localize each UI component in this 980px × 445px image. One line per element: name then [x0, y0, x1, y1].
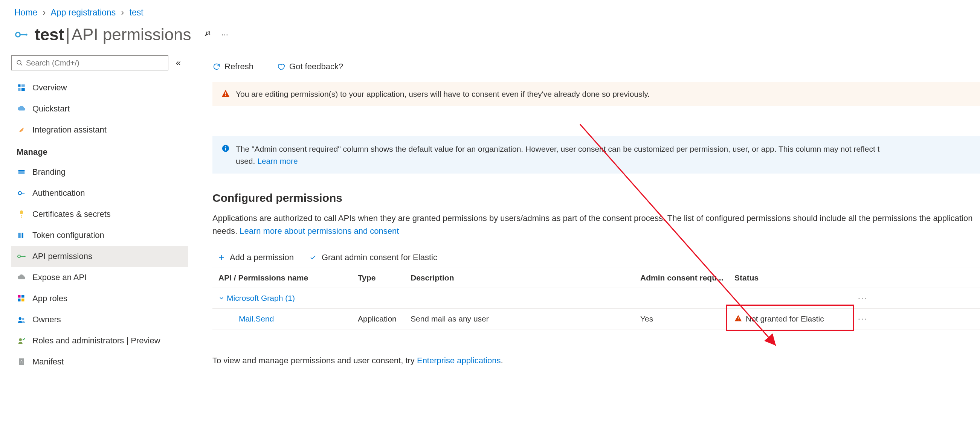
app-registration-icon — [14, 28, 28, 41]
page-title-app: test — [35, 25, 64, 44]
svg-rect-17 — [18, 299, 21, 302]
svg-rect-12 — [22, 233, 23, 238]
sidebar-item-label: Owners — [32, 315, 61, 324]
search-input[interactable] — [26, 59, 164, 67]
collapse-sidebar-button[interactable]: « — [176, 57, 181, 68]
sidebar-item-label: Expose an API — [32, 273, 87, 282]
svg-rect-25 — [225, 95, 226, 96]
col-admin-consent[interactable]: Admin consent requ... — [640, 273, 735, 282]
sidebar: « Overview Quickstart Integration assist… — [0, 56, 188, 372]
section-description: Applications are authorized to call APIs… — [212, 212, 980, 238]
sidebar-item-label: Roles and administrators | Preview — [32, 336, 161, 346]
sidebar-item-roles-admin[interactable]: Roles and administrators | Preview — [11, 330, 188, 351]
svg-point-1 — [25, 33, 27, 35]
svg-rect-27 — [225, 148, 226, 150]
breadcrumb-appreg[interactable]: App registrations — [51, 8, 116, 17]
svg-point-13 — [18, 255, 20, 257]
permissions-toolbar: Add a permission Grant admin consent for… — [212, 253, 980, 268]
refresh-label: Refresh — [224, 62, 253, 72]
svg-point-0 — [16, 32, 20, 37]
info-learn-more-link[interactable]: Learn more — [257, 157, 298, 165]
sidebar-item-owners[interactable]: Owners — [11, 309, 188, 330]
row-more-button[interactable]: ··· — [851, 314, 874, 324]
sidebar-item-overview[interactable]: Overview — [11, 77, 188, 98]
command-bar: Refresh Got feedback? — [212, 56, 980, 78]
page-header: test | API permissions ··· — [0, 22, 980, 56]
enterprise-applications-link[interactable]: Enterprise applications — [417, 356, 501, 365]
sidebar-item-expose-api[interactable]: Expose an API — [11, 267, 188, 288]
sidebar-heading-manage: Manage — [11, 140, 188, 162]
warning-banner: You are editing permission(s) to your ap… — [212, 82, 980, 106]
col-description[interactable]: Description — [410, 273, 640, 282]
roles-admin-icon — [17, 336, 26, 346]
sidebar-item-branding[interactable]: Branding — [11, 162, 188, 183]
sidebar-item-quickstart[interactable]: Quickstart — [11, 98, 188, 119]
feedback-button[interactable]: Got feedback? — [277, 62, 343, 72]
permission-name-link[interactable]: Mail.Send — [218, 315, 358, 323]
sidebar-item-app-roles[interactable]: App roles — [11, 288, 188, 309]
svg-rect-15 — [18, 295, 21, 298]
owners-icon — [17, 315, 26, 324]
breadcrumb-current[interactable]: test — [130, 8, 143, 17]
svg-rect-11 — [20, 233, 21, 238]
svg-rect-30 — [738, 319, 738, 320]
warning-icon — [735, 315, 742, 324]
more-button[interactable]: ··· — [221, 30, 228, 40]
sidebar-item-authentication[interactable]: Authentication — [11, 183, 188, 204]
col-name[interactable]: API / Permissions name — [218, 273, 358, 282]
sidebar-item-api-permissions[interactable]: API permissions — [11, 246, 188, 267]
permissions-table: API / Permissions name Type Description … — [212, 268, 980, 329]
grant-consent-button[interactable]: Grant admin consent for Elastic — [309, 253, 437, 262]
svg-rect-16 — [21, 295, 24, 298]
feedback-label: Got feedback? — [289, 62, 343, 72]
permission-admin-consent: Yes — [640, 315, 735, 323]
sidebar-item-label: Quickstart — [32, 104, 70, 114]
warning-icon — [221, 89, 230, 99]
sidebar-item-token[interactable]: Token configuration — [11, 225, 188, 246]
breadcrumb-separator: › — [43, 8, 46, 17]
section-title: Configured permissions — [212, 192, 980, 204]
grid-icon — [17, 83, 26, 93]
svg-point-2 — [17, 60, 21, 64]
col-status[interactable]: Status — [735, 273, 851, 282]
sidebar-item-label: Authentication — [32, 188, 85, 198]
tag-icon — [17, 167, 26, 177]
svg-point-14 — [24, 256, 25, 257]
svg-text:{}: {} — [20, 360, 23, 364]
breadcrumb-home[interactable]: Home — [14, 8, 37, 17]
svg-rect-5 — [18, 88, 20, 91]
sidebar-item-manifest[interactable]: {} Manifest — [11, 351, 188, 372]
group-expander[interactable]: Microsoft Graph (1) — [218, 294, 851, 303]
sidebar-item-label: Certificates & secrets — [32, 209, 111, 219]
svg-rect-3 — [18, 84, 20, 87]
pin-button[interactable] — [203, 29, 211, 40]
refresh-button[interactable]: Refresh — [212, 62, 253, 72]
sidebar-search[interactable] — [11, 56, 169, 70]
sidebar-item-certificates[interactable]: Certificates & secrets — [11, 204, 188, 225]
svg-point-20 — [22, 318, 24, 320]
sidebar-item-label: Manifest — [32, 357, 64, 367]
api-group-row[interactable]: Microsoft Graph (1) ··· — [212, 288, 980, 309]
main-content: Refresh Got feedback? You are editing pe… — [188, 56, 980, 366]
footer-note: To view and manage permissions and user … — [212, 356, 980, 366]
table-row: Mail.Send Application Send mail as any u… — [212, 309, 980, 329]
svg-rect-6 — [21, 88, 25, 91]
svg-rect-8 — [19, 170, 25, 171]
group-more-button[interactable]: ··· — [851, 293, 874, 303]
sidebar-item-integration[interactable]: Integration assistant — [11, 119, 188, 140]
add-permission-label: Add a permission — [230, 253, 294, 262]
col-type[interactable]: Type — [358, 273, 410, 282]
svg-point-9 — [19, 192, 21, 195]
breadcrumb-separator: › — [121, 8, 124, 17]
svg-rect-4 — [21, 84, 25, 87]
add-permission-button[interactable]: Add a permission — [218, 253, 294, 262]
sidebar-item-label: Branding — [32, 167, 65, 177]
breadcrumb: Home › App registrations › test — [0, 0, 980, 22]
sidebar-item-label: API permissions — [32, 251, 92, 261]
permissions-learn-more-link[interactable]: Learn more about permissions and consent — [240, 226, 399, 236]
cloud-icon — [17, 104, 26, 114]
auth-icon — [17, 188, 26, 198]
status-text: Not granted for Elastic — [746, 315, 824, 323]
sidebar-item-label: App roles — [32, 294, 67, 304]
manifest-icon: {} — [17, 357, 26, 367]
